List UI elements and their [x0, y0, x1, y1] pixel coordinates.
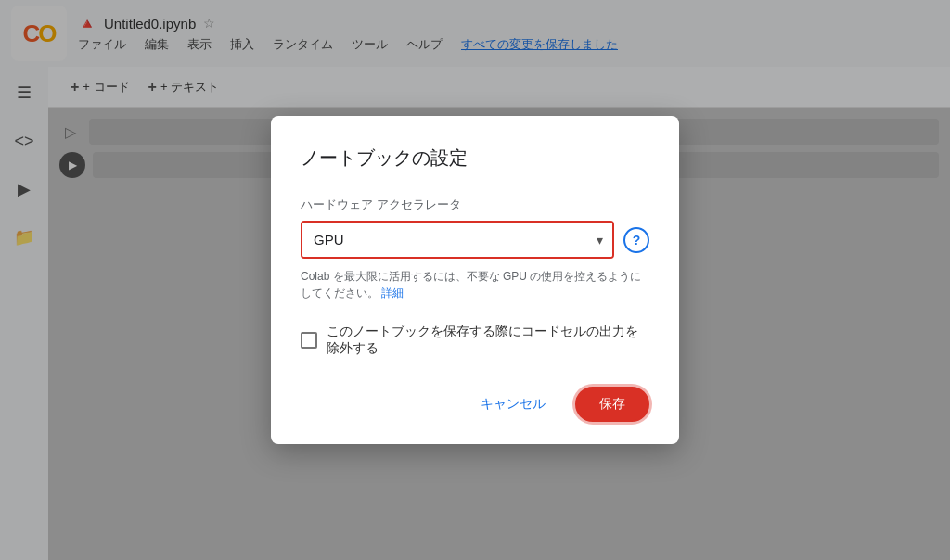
hint-text: Colab を最大限に活用するには、不要な GPU の使用を控えるようにしてくだ… [301, 268, 649, 301]
cancel-button[interactable]: キャンセル [466, 388, 560, 420]
select-row: なし GPU TPU ▾ ? [301, 221, 649, 259]
hint-link[interactable]: 詳細 [381, 286, 404, 299]
exclude-output-checkbox[interactable] [301, 332, 317, 349]
modal-overlay: ノートブックの設定 ハードウェア アクセラレータ なし GPU TPU ▾ ? … [0, 0, 950, 560]
help-icon[interactable]: ? [623, 227, 649, 253]
hardware-accelerator-select[interactable]: なし GPU TPU [302, 223, 612, 257]
checkbox-row: このノートブックを保存する際にコードセルの出力を除外する [301, 324, 649, 357]
checkbox-label: このノートブックを保存する際にコードセルの出力を除外する [327, 324, 649, 357]
hardware-label: ハードウェア アクセラレータ [301, 197, 649, 213]
save-button[interactable]: 保存 [575, 387, 649, 422]
dialog-actions: キャンセル 保存 [301, 387, 649, 422]
gpu-select-wrapper: なし GPU TPU ▾ [301, 221, 614, 259]
notebook-settings-dialog: ノートブックの設定 ハードウェア アクセラレータ なし GPU TPU ▾ ? … [271, 116, 679, 444]
dialog-title: ノートブックの設定 [301, 146, 649, 171]
